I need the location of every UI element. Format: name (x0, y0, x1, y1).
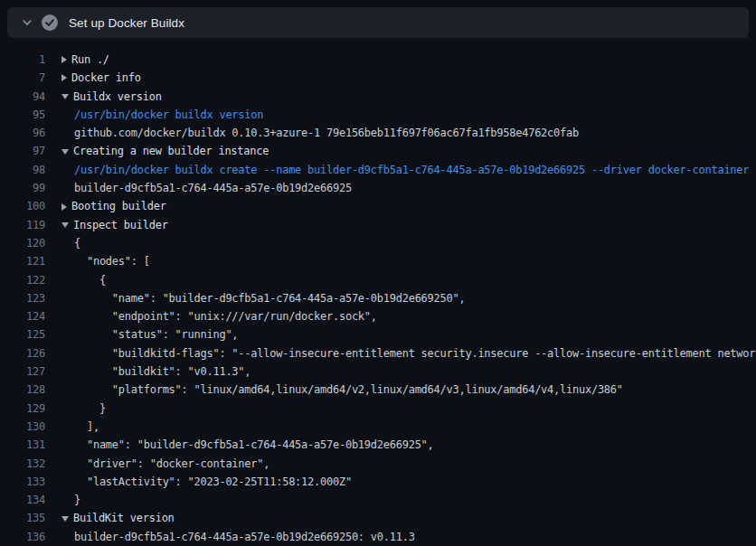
log-output-text: ], (74, 418, 99, 436)
log-group-row[interactable]: 94Buildx version (0, 88, 756, 106)
log-row: 123 "name": "builder-d9cfb5a1-c764-445a-… (0, 289, 756, 307)
log-row: 128 "platforms": "linux/amd64,linux/amd6… (0, 381, 756, 399)
line-number[interactable]: 1 (0, 51, 45, 69)
log-row: 122 { (0, 271, 756, 289)
log-output-text: "lastActivity": "2023-02-25T11:58:12.000… (74, 473, 352, 491)
line-number[interactable]: 133 (0, 473, 45, 491)
log-row: 125 "status": "running", (0, 325, 756, 344)
log-row: 121 "nodes": [ (0, 252, 756, 270)
log-group-title: Creating a new builder instance (73, 142, 269, 160)
log-row: 136builder-d9cfb5a1-c764-445a-a57e-0b19d… (0, 528, 756, 546)
line-number[interactable]: 99 (0, 179, 45, 197)
log-group-row[interactable]: 97Creating a new builder instance (0, 142, 756, 160)
log-output-text: } (74, 491, 80, 509)
log-output-text: "driver": "docker-container", (74, 455, 269, 473)
line-number[interactable]: 98 (0, 161, 45, 179)
line-number[interactable]: 121 (0, 252, 45, 270)
step-title: Set up Docker Buildx (69, 16, 184, 30)
line-number[interactable]: 125 (0, 325, 45, 344)
line-number[interactable]: 122 (0, 271, 45, 289)
log-row: 133 "lastActivity": "2023-02-25T11:58:12… (0, 473, 756, 491)
log-viewer: 1Run ./7Docker info94Buildx version95/us… (0, 51, 756, 546)
log-output-text: { (74, 271, 106, 289)
line-number[interactable]: 97 (0, 142, 45, 160)
triangle-right-icon[interactable] (61, 56, 67, 63)
line-number[interactable]: 134 (0, 491, 45, 509)
line-number[interactable]: 7 (0, 69, 45, 87)
log-output-text: } (74, 400, 106, 418)
line-number[interactable]: 120 (0, 234, 45, 252)
log-row: 134} (0, 491, 756, 509)
log-row: 124 "endpoint": "unix:///var/run/docker.… (0, 307, 756, 325)
log-output-text: "name": "builder-d9cfb5a1-c764-445a-a57e… (74, 289, 465, 307)
log-group-title: Inspect builder (73, 216, 168, 234)
triangle-down-icon[interactable] (61, 516, 69, 522)
check-circle-icon (42, 14, 58, 31)
line-number[interactable]: 131 (0, 436, 45, 454)
log-output-text: "status": "running", (74, 325, 238, 344)
log-group-row[interactable]: 1Run ./ (0, 51, 756, 69)
line-number[interactable]: 124 (0, 307, 45, 325)
log-output-text: github.com/docker/buildx 0.10.3+azure-1 … (74, 124, 579, 142)
log-row: 120{ (0, 234, 756, 252)
chevron-down-icon[interactable] (22, 17, 33, 28)
line-number[interactable]: 95 (0, 106, 45, 124)
line-number[interactable]: 128 (0, 381, 45, 399)
log-row: 126 "buildkitd-flags": "--allow-insecure… (0, 344, 756, 362)
log-group-row[interactable]: 100Booting builder (0, 197, 756, 215)
line-number[interactable]: 96 (0, 124, 45, 142)
log-command-text: /usr/bin/docker buildx create --name bui… (74, 161, 749, 179)
log-output-text: builder-d9cfb5a1-c764-445a-a57e-0b19d2e6… (74, 179, 352, 197)
line-number[interactable]: 100 (0, 197, 45, 215)
line-number[interactable]: 126 (0, 344, 45, 362)
line-number[interactable]: 132 (0, 455, 45, 473)
log-group-row[interactable]: 7Docker info (0, 69, 756, 87)
log-output-text: "platforms": "linux/amd64,linux/amd64/v2… (74, 381, 623, 399)
line-number[interactable]: 129 (0, 400, 45, 418)
line-number[interactable]: 127 (0, 362, 45, 381)
triangle-right-icon[interactable] (61, 203, 67, 211)
log-group-title: BuildKit version (73, 509, 175, 527)
log-row: 129 } (0, 400, 756, 418)
log-group-title: Run ./ (71, 51, 109, 69)
log-group-row[interactable]: 119Inspect builder (0, 216, 756, 234)
log-output-text: { (74, 234, 80, 252)
log-group-row[interactable]: 135BuildKit version (0, 509, 756, 527)
log-group-title: Buildx version (73, 88, 162, 106)
triangle-down-icon[interactable] (61, 222, 69, 228)
log-row: 99builder-d9cfb5a1-c764-445a-a57e-0b19d2… (0, 179, 756, 197)
log-output-text: "buildkitd-flags": "--allow-insecure-ent… (74, 344, 756, 362)
log-row: 96github.com/docker/buildx 0.10.3+azure-… (0, 124, 756, 142)
line-number[interactable]: 119 (0, 216, 45, 234)
log-output-text: "name": "builder-d9cfb5a1-c764-445a-a57e… (74, 436, 434, 454)
log-group-title: Booting builder (71, 197, 166, 215)
triangle-right-icon[interactable] (61, 74, 67, 81)
line-number[interactable]: 123 (0, 289, 45, 307)
line-number[interactable]: 135 (0, 509, 45, 527)
line-number[interactable]: 136 (0, 528, 45, 546)
line-number[interactable]: 130 (0, 418, 45, 436)
log-output-text: "nodes": [ (74, 252, 150, 270)
log-output-text: "buildkit": "v0.11.3", (74, 362, 250, 381)
log-row: 127 "buildkit": "v0.11.3", (0, 362, 756, 381)
log-row: 132 "driver": "docker-container", (0, 455, 756, 473)
log-row: 95/usr/bin/docker buildx version (0, 106, 756, 124)
log-row: 131 "name": "builder-d9cfb5a1-c764-445a-… (0, 436, 756, 454)
step-header[interactable]: Set up Docker Buildx (7, 7, 749, 38)
log-output-text: "endpoint": "unix:///var/run/docker.sock… (74, 307, 377, 325)
log-row: 130 ], (0, 418, 756, 436)
log-command-text: /usr/bin/docker buildx version (74, 106, 263, 124)
log-group-title: Docker info (71, 69, 141, 87)
triangle-down-icon[interactable] (61, 94, 69, 99)
log-output-text: builder-d9cfb5a1-c764-445a-a57e-0b19d2e6… (74, 528, 415, 546)
line-number[interactable]: 94 (0, 88, 45, 106)
triangle-down-icon[interactable] (61, 149, 69, 155)
log-row: 98/usr/bin/docker buildx create --name b… (0, 161, 756, 179)
